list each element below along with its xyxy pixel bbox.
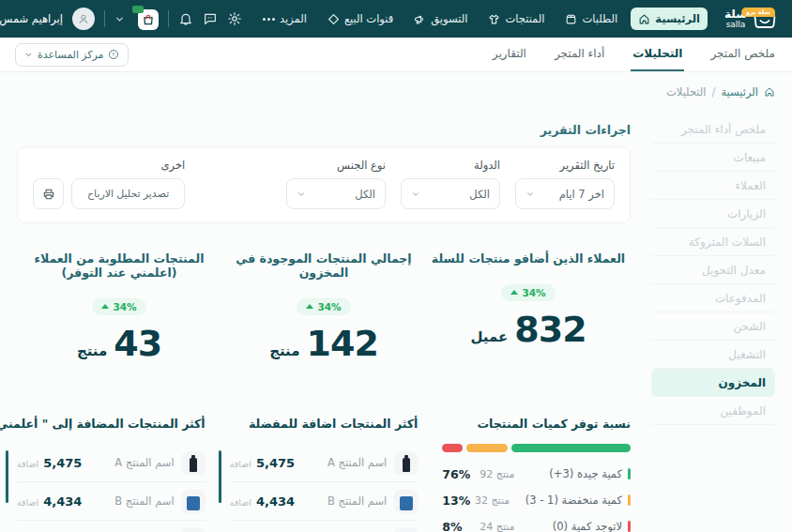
print-button[interactable] (33, 178, 64, 209)
availability-bar-segment (442, 444, 462, 452)
topbar: سلة برو سلة salla الرئيسية الطلبات (0, 0, 792, 38)
notifications-bell-icon[interactable] (178, 11, 193, 26)
breadcrumb-current: التحليلات (666, 85, 707, 99)
sidebar-item-performance-summary[interactable]: ملخص أداء المتجر (651, 115, 775, 144)
content: ملخص أداء المتجر مبيعات العملاء الزيارات… (0, 102, 792, 532)
product-thumbnail (182, 490, 206, 513)
change-badge: 34% (297, 298, 350, 315)
bottom-row: نسبة توفر كميات المنتجات كمية جيدة (3+) … (17, 417, 631, 532)
sidebar-item-customers[interactable]: العملاء (651, 172, 775, 200)
printer-icon (42, 188, 55, 201)
select-value: اخر 7 ايام (559, 188, 604, 201)
filter-label: تاريخ التقرير (515, 159, 615, 172)
help-question-icon: ؟ (108, 49, 119, 60)
select-value: الكل (469, 188, 490, 201)
sidebar-item-visits[interactable]: الزيارات (651, 200, 775, 228)
product-row[interactable]: اسم المنتج A 5,475اضافة (230, 444, 419, 482)
product-name: اسم المنتج B (327, 494, 387, 508)
nav-item-label: المنتجات (505, 12, 544, 25)
report-date-select[interactable]: اخر 7 ايام (515, 178, 615, 209)
marketing-megaphone-icon (414, 13, 426, 25)
sidebar-item-operations[interactable]: التشغيل (651, 341, 775, 369)
sidebar-item-payments[interactable]: المدفوعات (651, 284, 775, 312)
nav-item-marketing[interactable]: التسويق (406, 8, 475, 30)
breadcrumb: الرئيسية / التحليلات (0, 72, 792, 102)
home-icon (764, 86, 775, 98)
product-thumbnail (394, 490, 418, 513)
tab-store-performance[interactable]: أداء المتجر (553, 38, 606, 71)
sidebar-item-inventory[interactable]: المخزون (651, 369, 775, 397)
nav-item-home[interactable]: الرئيسية (631, 8, 708, 30)
user-avatar[interactable] (72, 8, 95, 30)
channels-diamond-icon (327, 13, 340, 25)
chevron-down-icon[interactable] (114, 14, 125, 24)
stat-number: 43 (114, 323, 161, 364)
store-app-icon[interactable] (134, 8, 159, 30)
product-count: 5,475 (256, 456, 295, 470)
notify-when-available-list: أكثر المنتجات المضافة إلى " أعلمني عند ا… (17, 417, 206, 532)
main-panel: اجراءات التقرير تاريخ التقرير اخر 7 ايام… (17, 102, 631, 532)
stat-number: 832 (514, 309, 586, 350)
sidebar-item-employees[interactable]: الموظفين (651, 397, 775, 425)
topbar-divider (168, 10, 169, 27)
user-name[interactable]: إبراهيم شمس (0, 12, 63, 25)
tab-analytics[interactable]: التحليلات (631, 38, 684, 71)
nav-item-label: المزيد (280, 12, 307, 25)
sidebar-item-conversion-rate[interactable]: معدل التحويل (651, 256, 775, 284)
product-thumbnail (182, 451, 206, 475)
nav-item-sales-channels[interactable]: قنوات البيع (320, 8, 401, 30)
nav-item-products[interactable]: المنتجات (480, 8, 552, 30)
more-dots-icon (263, 18, 275, 21)
chat-bubble-icon[interactable] (203, 11, 218, 26)
country-select[interactable]: الكل (401, 178, 500, 209)
settings-gear-icon[interactable] (227, 11, 242, 26)
export-profit-analysis-button[interactable]: تصدير تحليل الارباح (71, 178, 185, 209)
sidebar-item-shipping[interactable]: الشحن (651, 312, 775, 341)
triangle-up-icon (510, 290, 518, 295)
product-row[interactable]: اسم المنتج B 4,434اضافة (17, 482, 206, 521)
legend-label: كمية منخفضة (1 - 3) (525, 494, 631, 507)
nav-item-more[interactable]: المزيد (255, 8, 314, 30)
product-count: 4,434 (256, 494, 295, 509)
legend-text: لاتوجد كمية (0) (553, 520, 622, 532)
stat-title: إجمالي المنتجات الموجودة في المخزون (221, 251, 426, 280)
nav-item-label: قنوات البيع (344, 12, 393, 25)
filter-label: نوع الجنس (286, 159, 386, 172)
stat-requested-products: المنتجات المطلوبة من العملاء (اعلمني عند… (17, 251, 221, 364)
product-row[interactable]: اسم المنتج B 4,434اضافة (230, 482, 419, 521)
product-row[interactable]: اسم المنتج A 3,434اضافة (230, 521, 419, 532)
breadcrumb-home[interactable]: الرئيسية (721, 85, 758, 99)
product-count-suffix: اضافة (17, 459, 38, 469)
legend-row-low: كمية منخفضة (1 - 3) 32 منتج 13% (442, 494, 631, 508)
stat-value: 142 منتج (221, 323, 426, 364)
stat-unit: عميل (470, 328, 508, 345)
gender-select[interactable]: الكل (286, 178, 386, 209)
list-scrollbar[interactable] (6, 450, 8, 503)
legend-count: 92 منتج (480, 468, 538, 480)
product-name: اسم المنتج B (114, 494, 174, 508)
sidebar-item-abandoned-carts[interactable]: السلات المتروكة (651, 228, 775, 256)
sidebar-item-sales[interactable]: مبيعات (651, 144, 775, 172)
orders-box-icon (565, 13, 577, 25)
help-center-button[interactable]: ؟ مركز المساعدة (15, 43, 129, 67)
change-value: 34% (522, 287, 545, 298)
nav-item-orders[interactable]: الطلبات (557, 8, 625, 30)
legend-marker-low (628, 494, 631, 506)
salla-logo[interactable]: سلة برو سلة salla (724, 8, 781, 29)
tab-reports[interactable]: التقارير (491, 38, 528, 71)
tab-label: التحليلات (632, 47, 682, 60)
list-scrollbar[interactable] (219, 450, 221, 503)
legend-label: لاتوجد كمية (0) (538, 520, 631, 532)
filter-other: اخرى تصدير تحليل الارباح (33, 159, 185, 209)
product-row[interactable]: اسم المنتج A 3,434اضافة (17, 521, 206, 532)
main-nav: الرئيسية الطلبات المنتجات التسويق قنوات … (255, 8, 708, 30)
notify-list-title: أكثر المنتجات المضافة إلى " أعلمني عند ا… (17, 417, 206, 431)
product-row[interactable]: اسم المنتج A 5,475اضافة (17, 444, 206, 482)
stat-value: 832 عميل (426, 309, 631, 350)
stat-total-products-in-inventory: إجمالي المنتجات الموجودة في المخزون 34% … (221, 251, 426, 364)
nav-item-label: الطلبات (582, 12, 617, 25)
availability-bar-segment (466, 444, 508, 452)
filter-label: الدولة (401, 159, 500, 172)
stat-unit: منتج (269, 342, 299, 359)
tab-store-summary[interactable]: ملخص المتجر (708, 38, 777, 71)
